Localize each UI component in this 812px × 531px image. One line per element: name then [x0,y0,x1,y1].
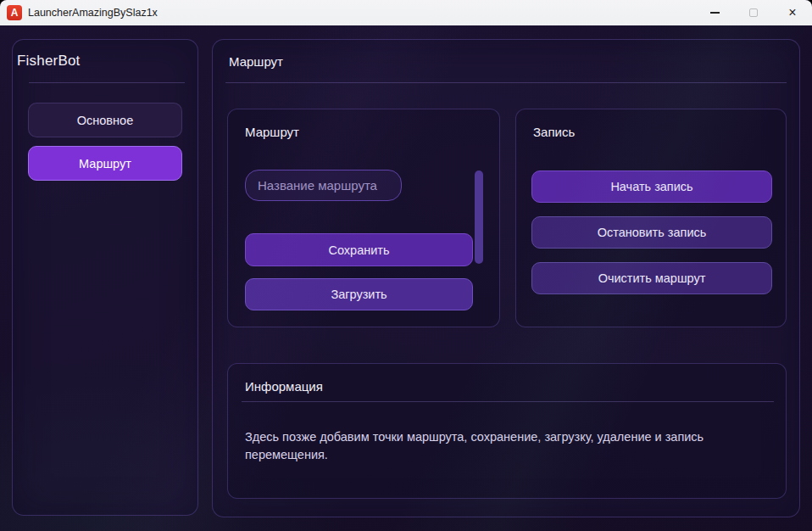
sidebar-item-general[interactable]: Основное [28,103,182,137]
clear-route-label: Очистить маршрут [598,271,706,285]
route-card-title: Маршрут [245,125,299,139]
load-route-label: Загрузить [331,288,387,301]
info-text: Здесь позже добавим точки маршрута, сохр… [245,428,770,464]
window-title: LauncherAmazingBySlaz1x [28,7,158,19]
sidebar-item-general-label: Основное [77,114,133,127]
stop-record-label: Остановить запись [598,226,707,239]
info-card: Информация Здесь позже добавим точки мар… [227,363,787,499]
sidebar-item-route[interactable]: Маршрут [28,146,182,181]
record-card-title: Запись [533,125,575,139]
route-name-input[interactable] [245,170,402,201]
sidebar-item-route-label: Маршрут [79,157,131,170]
sidebar-divider [29,82,185,83]
clear-route-button[interactable]: Очистить маршрут [531,262,772,294]
minimize-icon [710,12,720,13]
save-route-label: Сохранить [328,243,389,257]
page-title: Маршрут [229,54,283,69]
main-header-divider [225,82,787,83]
load-route-button[interactable]: Загрузить [245,278,473,310]
route-card: Маршрут Сохранить Загрузить [227,109,500,327]
info-card-divider [242,401,774,402]
close-icon: × [788,6,796,20]
save-route-button[interactable]: Сохранить [245,233,473,266]
stop-record-button[interactable]: Остановить запись [531,216,772,249]
start-record-label: Начать запись [610,180,692,193]
app-logo-icon: A [7,5,22,20]
close-button[interactable]: × [773,0,812,25]
title-bar: A LauncherAmazingBySlaz1x × [0,0,812,25]
minimize-button[interactable] [695,0,734,25]
start-record-button[interactable]: Начать запись [531,170,772,203]
maximize-button[interactable] [734,0,773,25]
window-controls: × [695,0,812,25]
maximize-icon [749,8,758,17]
scrollbar-thumb[interactable] [475,170,483,264]
app-window: A LauncherAmazingBySlaz1x × FisherBot Ос… [0,0,812,531]
info-card-title: Информация [245,379,323,394]
sidebar-title: FisherBot [17,53,81,70]
record-card: Запись Начать запись Остановить запись О… [515,109,787,327]
